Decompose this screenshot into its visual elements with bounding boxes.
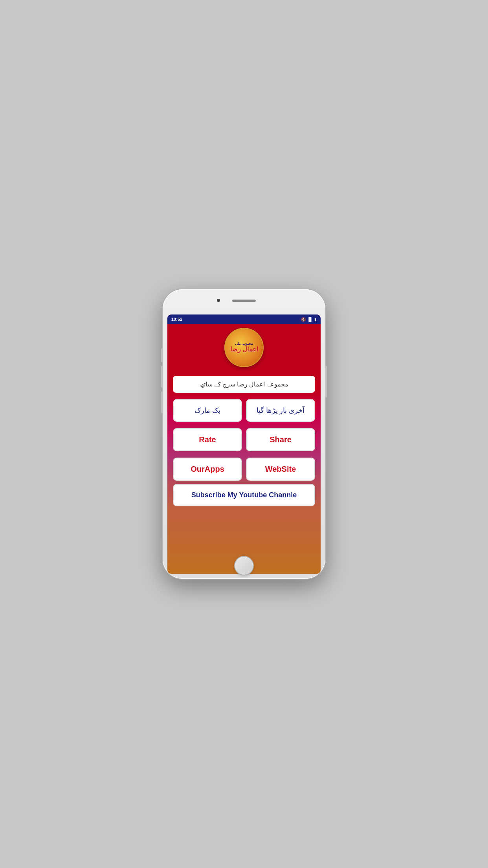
- power-button: [325, 366, 327, 397]
- last-read-button[interactable]: آخری بار پڑھا گیا: [246, 399, 315, 422]
- phone-screen: 10:52 🔇 ▐▌ ▮ محبوب علی اعمال رضا مجموعہ …: [167, 314, 321, 574]
- rate-button[interactable]: Rate: [173, 428, 242, 451]
- mute-button: [161, 348, 163, 362]
- front-camera: [217, 299, 220, 302]
- home-button[interactable]: [234, 556, 254, 576]
- status-bar: 10:52 🔇 ▐▌ ▮: [167, 314, 321, 324]
- phone-frame: 10:52 🔇 ▐▌ ▮ محبوب علی اعمال رضا مجموعہ …: [163, 289, 325, 579]
- signal-icon: ▐▌: [307, 317, 313, 322]
- status-icons: 🔇 ▐▌ ▮: [301, 317, 317, 322]
- status-time: 10:52: [171, 317, 182, 322]
- bookmark-button[interactable]: بک مارک: [173, 399, 242, 422]
- buttons-row-2: Rate Share: [173, 428, 315, 451]
- app-content: محبوب علی اعمال رضا مجموعہ اعمال رضا سرچ…: [167, 314, 321, 574]
- app-logo: محبوب علی اعمال رضا: [224, 328, 264, 367]
- logo-area: محبوب علی اعمال رضا: [167, 324, 321, 373]
- buttons-row-3: OurApps WebSite: [173, 458, 315, 481]
- volume-up-button: [161, 366, 163, 388]
- logo-top-text: محبوب علی: [235, 342, 253, 346]
- buttons-row-1: بک مارک آخری بار پڑھا گیا: [173, 399, 315, 422]
- speaker: [232, 300, 256, 302]
- mute-icon: 🔇: [301, 317, 306, 322]
- website-button[interactable]: WebSite: [246, 458, 315, 481]
- volume-down-button: [161, 392, 163, 413]
- share-button[interactable]: Share: [246, 428, 315, 451]
- logo-main-text: اعمال رضا: [230, 346, 258, 353]
- ourapps-button[interactable]: OurApps: [173, 458, 242, 481]
- battery-icon: ▮: [314, 317, 317, 322]
- search-bar[interactable]: مجموعہ اعمال رضا سرچ کے ساتھ: [173, 376, 315, 393]
- search-text: مجموعہ اعمال رضا سرچ کے ساتھ: [200, 381, 288, 388]
- subscribe-button[interactable]: Subscribe My Youtube Channle: [173, 484, 315, 506]
